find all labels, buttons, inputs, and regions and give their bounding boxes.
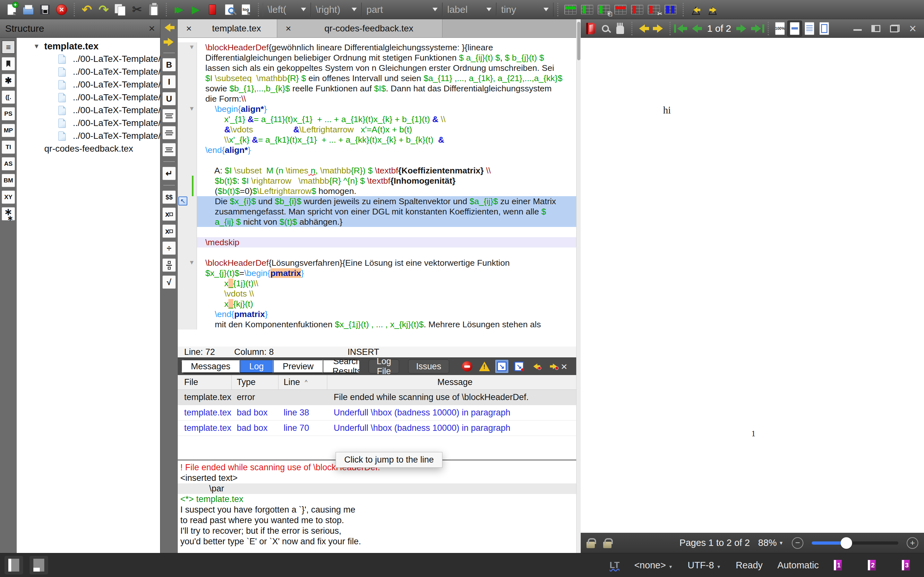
pdf-document-button[interactable] xyxy=(583,21,598,37)
paste-column-button[interactable]: ⎗ xyxy=(596,2,612,18)
code-line[interactable]: a_{ij} $ nicht von $(t)$ abhängen.} xyxy=(178,217,576,227)
copy-button[interactable] xyxy=(112,2,129,18)
cut-button[interactable]: ✂ xyxy=(129,2,145,18)
wizard-view-button[interactable] xyxy=(2,207,15,221)
subscript-button[interactable]: x xyxy=(162,207,176,221)
next-mark-button[interactable]: △ xyxy=(704,2,721,18)
tikz-view-button[interactable]: TI xyxy=(2,140,15,154)
close-tab-icon[interactable]: × xyxy=(186,23,192,34)
code-line[interactable]: $I \subseteq \mathbb{R} $ ein offenes In… xyxy=(178,73,576,83)
log-tab-log[interactable]: Log xyxy=(240,359,273,373)
log-tab-preview[interactable]: Preview xyxy=(273,359,323,373)
log-table-row[interactable]: template.texbad boxline 70Underfull \hbo… xyxy=(178,421,576,436)
forward-button[interactable] xyxy=(651,21,666,37)
code-line[interactable] xyxy=(178,155,576,165)
previous-mark-button[interactable]: △ xyxy=(688,2,704,18)
font-size-dropdown[interactable]: tiny xyxy=(496,3,553,17)
go-back-button[interactable] xyxy=(162,23,176,33)
display-fraction-button[interactable] xyxy=(162,258,176,272)
brackets-view-button[interactable]: ([. xyxy=(2,90,15,104)
tree-root-document[interactable]: ▼template.tex xyxy=(17,40,160,53)
code-line[interactable]: x_{1j}(t)\\ xyxy=(178,278,576,288)
languagetool-badge[interactable]: LT xyxy=(610,560,620,570)
bold-button[interactable]: B xyxy=(162,58,176,71)
close-document-button[interactable]: × xyxy=(53,2,70,18)
code-line[interactable]: &\vdots &\Leftrightarrow x'=A(t)x + b(t) xyxy=(178,124,576,135)
dock-viewer-icon[interactable] xyxy=(871,25,880,32)
close-log-icon[interactable]: × xyxy=(561,360,567,373)
code-line[interactable] xyxy=(178,227,576,237)
col-line[interactable]: Line ^ xyxy=(278,375,327,390)
align-right-button[interactable] xyxy=(162,143,176,156)
pdf-page[interactable]: hi 1 xyxy=(581,38,924,533)
inline-preview-icon[interactable]: ↖ xyxy=(178,197,187,205)
col-message[interactable]: Message xyxy=(327,377,576,387)
new-document-button[interactable]: + xyxy=(3,2,20,18)
symbols-view-button[interactable]: ✱ xyxy=(2,74,15,87)
bookmark-flag-1[interactable]: 1 xyxy=(834,560,842,571)
code-line[interactable]: lassen sich als ein gekoppeltes System v… xyxy=(178,63,576,73)
show-bad-boxes-button[interactable]: ↘ xyxy=(495,359,509,374)
log-tab-messages[interactable]: Messages xyxy=(181,359,240,373)
zoom-level[interactable]: 88%▼ xyxy=(758,538,783,548)
tree-include-item[interactable]: ../00-LaTeX-Template/d... xyxy=(17,53,160,65)
code-line[interactable]: ▼ \begin{align*} xyxy=(178,104,576,114)
tree-include-item[interactable]: ../00-LaTeX-Template/d... xyxy=(17,104,160,117)
code-line[interactable]: die Form:\\ xyxy=(178,93,576,104)
tree-include-item[interactable]: ../00-LaTeX-Template/d... xyxy=(17,117,160,129)
code-editor[interactable]: ▼\blockHeaderDef{gewöhnlich lineare Diff… xyxy=(178,38,576,347)
code-line[interactable]: ▼\blockHeaderDef{gewöhnlich lineare Diff… xyxy=(178,42,576,53)
previous-error-button[interactable] xyxy=(529,359,543,374)
code-line[interactable]: x_{kj}(t) xyxy=(178,299,576,309)
close-tab-icon[interactable]: × xyxy=(286,23,291,34)
code-line[interactable] xyxy=(178,247,576,258)
fit-text-width-button[interactable] xyxy=(802,21,817,37)
undo-button[interactable]: ↶ xyxy=(79,2,95,18)
lock-zoom-icon[interactable] xyxy=(586,542,595,548)
superscript-button[interactable]: x xyxy=(162,224,176,238)
line-break-button[interactable]: ↵ xyxy=(162,167,176,180)
save-document-button[interactable] xyxy=(37,2,53,18)
show-only-own-file-button[interactable]: ↘ xyxy=(512,359,526,374)
zoom-slider-knob[interactable] xyxy=(841,537,852,549)
code-line[interactable]: \end{pmatrix} xyxy=(178,309,576,319)
remove-column-button[interactable] xyxy=(629,2,646,18)
code-line[interactable]: \\x'_{k} &= a_{k1}(t)x_{1} + ... + a_{kk… xyxy=(178,135,576,145)
structure-view-button[interactable]: ≡ xyxy=(2,40,15,54)
code-line[interactable]: x'_{1} &= a_{11}(t)x_{1} + ... + a_{1k}(… xyxy=(178,114,576,124)
code-line[interactable]: \end{align*} xyxy=(178,145,576,155)
tree-include-item[interactable]: ../00-LaTeX-Template/d... xyxy=(17,65,160,78)
col-type[interactable]: Type xyxy=(232,375,278,390)
code-line[interactable]: A: $I \subset M (n \times n, \mathbb{R})… xyxy=(178,165,576,176)
add-row-button[interactable] xyxy=(562,2,579,18)
issues-button[interactable]: Issues xyxy=(408,359,449,374)
underline-button[interactable]: U xyxy=(162,92,176,105)
references-dropdown[interactable]: label xyxy=(443,3,496,17)
code-line[interactable]: ($b(t)$=0)$\Leftrightarrow$ homogen. xyxy=(178,186,576,196)
bookmark-flag-2[interactable]: 2 xyxy=(867,560,876,571)
code-line[interactable]: ↖ Die $x_{i}$ und $b_{i}$ wurden jeweils… xyxy=(178,196,576,206)
cut-column-button[interactable]: ✂ xyxy=(646,2,662,18)
show-errors-button[interactable] xyxy=(460,359,474,374)
square-root-button[interactable]: √ xyxy=(162,276,176,289)
zoom-out-button[interactable]: − xyxy=(792,537,803,549)
tree-include-item[interactable]: ../00-LaTeX-Template/d... xyxy=(17,129,160,142)
next-page-button[interactable] xyxy=(734,21,749,37)
log-file-button[interactable]: Log File xyxy=(368,359,399,374)
left-delimiter-dropdown[interactable]: \left( xyxy=(263,3,311,17)
structure-tree[interactable]: ▼template.tex../00-LaTeX-Template/d.....… xyxy=(17,38,160,553)
remove-row-button[interactable] xyxy=(612,2,629,18)
last-page-button[interactable] xyxy=(749,21,764,37)
scroll-hand-tool-button[interactable] xyxy=(613,21,628,37)
line-ending-mode[interactable]: Automatic xyxy=(777,560,819,571)
first-page-button[interactable] xyxy=(674,21,689,37)
sectioning-dropdown[interactable]: part xyxy=(362,3,443,17)
log-tab-search-results[interactable]: Search Results xyxy=(323,359,360,373)
previous-page-button[interactable] xyxy=(689,21,704,37)
log-table-row[interactable]: template.texerrorFile ended while scanni… xyxy=(178,390,576,405)
fold-marker-icon[interactable]: ▼ xyxy=(189,259,195,266)
col-file[interactable]: File xyxy=(178,375,232,390)
code-line[interactable]: mit den Komponentenfuktionen $x_{1j}(t) … xyxy=(178,319,576,330)
go-forward-button[interactable] xyxy=(162,37,176,48)
right-delimiter-dropdown[interactable]: \right) xyxy=(311,3,362,17)
